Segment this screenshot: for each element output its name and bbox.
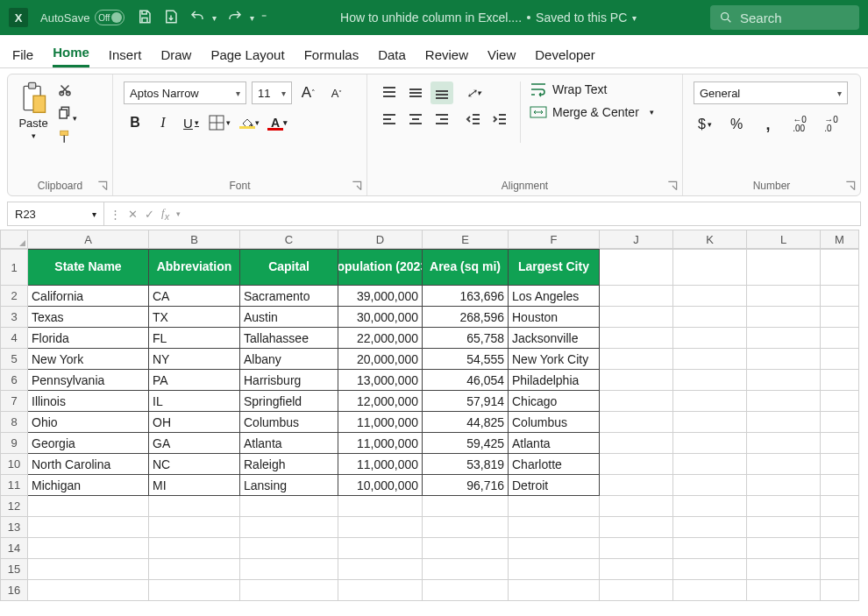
autosave-toggle[interactable]: AutoSave Off bbox=[40, 10, 125, 25]
cell[interactable] bbox=[747, 286, 821, 307]
align-top-icon[interactable] bbox=[378, 81, 401, 104]
tab-home[interactable]: Home bbox=[53, 38, 89, 67]
cell[interactable] bbox=[673, 349, 747, 370]
table-header-cell[interactable]: Largest City bbox=[509, 249, 600, 286]
font-name-combo[interactable]: Aptos Narrow▾ bbox=[124, 81, 246, 104]
cell[interactable]: 11,000,000 bbox=[338, 433, 423, 454]
number-format-combo[interactable]: General▾ bbox=[694, 81, 848, 104]
align-left-icon[interactable] bbox=[378, 108, 401, 131]
cell[interactable] bbox=[747, 559, 821, 580]
increase-indent-icon[interactable] bbox=[488, 108, 511, 131]
cell[interactable] bbox=[821, 433, 859, 454]
cell[interactable] bbox=[600, 475, 673, 496]
cell[interactable]: California bbox=[28, 286, 149, 307]
cell[interactable]: Atlanta bbox=[240, 433, 338, 454]
tab-developer[interactable]: Developer bbox=[535, 40, 594, 67]
cell[interactable]: Georgia bbox=[28, 433, 149, 454]
cell[interactable]: Albany bbox=[240, 349, 338, 370]
cell[interactable] bbox=[509, 559, 600, 580]
cell[interactable] bbox=[149, 496, 240, 517]
cell[interactable]: Raleigh bbox=[240, 454, 338, 475]
table-header-cell[interactable]: Area (sq mi) bbox=[423, 249, 509, 286]
cell[interactable]: Texas bbox=[28, 307, 149, 328]
cell[interactable]: Los Angeles bbox=[509, 286, 600, 307]
cell[interactable] bbox=[338, 538, 423, 559]
column-header[interactable]: C bbox=[240, 230, 338, 249]
cell[interactable] bbox=[747, 370, 821, 391]
cell[interactable]: Sacramento bbox=[240, 286, 338, 307]
cell[interactable] bbox=[821, 349, 859, 370]
cell[interactable] bbox=[28, 559, 149, 580]
cell[interactable]: Houston bbox=[509, 307, 600, 328]
cell[interactable] bbox=[149, 538, 240, 559]
cell[interactable]: Ohio bbox=[28, 412, 149, 433]
cell[interactable]: New York City bbox=[509, 349, 600, 370]
cell[interactable] bbox=[600, 249, 673, 286]
cell[interactable] bbox=[338, 496, 423, 517]
cell[interactable] bbox=[747, 496, 821, 517]
cell[interactable] bbox=[673, 412, 747, 433]
cell[interactable] bbox=[673, 433, 747, 454]
row-header[interactable]: 6 bbox=[0, 370, 28, 391]
tab-view[interactable]: View bbox=[487, 40, 516, 67]
cell[interactable]: 57,914 bbox=[423, 391, 509, 412]
cell[interactable] bbox=[747, 538, 821, 559]
tab-draw[interactable]: Draw bbox=[160, 40, 191, 67]
cell[interactable] bbox=[747, 454, 821, 475]
cell[interactable] bbox=[240, 538, 338, 559]
cell[interactable] bbox=[600, 580, 673, 601]
cell[interactable] bbox=[600, 538, 673, 559]
cell[interactable] bbox=[821, 412, 859, 433]
cell[interactable] bbox=[600, 454, 673, 475]
cell[interactable] bbox=[149, 580, 240, 601]
column-header[interactable]: M bbox=[821, 230, 859, 249]
underline-button[interactable]: U▾ bbox=[180, 111, 203, 134]
cell[interactable] bbox=[673, 391, 747, 412]
cell[interactable]: OH bbox=[149, 412, 240, 433]
decrease-decimal-icon[interactable]: →0.0 bbox=[820, 113, 843, 136]
cell[interactable] bbox=[821, 580, 859, 601]
cell[interactable] bbox=[821, 307, 859, 328]
align-right-icon[interactable] bbox=[430, 108, 453, 131]
column-header[interactable]: L bbox=[747, 230, 821, 249]
cell[interactable] bbox=[28, 538, 149, 559]
row-header[interactable]: 12 bbox=[0, 496, 28, 517]
fill-color-button[interactable]: ▾ bbox=[236, 111, 259, 134]
dialog-launcher-icon[interactable] bbox=[96, 180, 109, 192]
cell[interactable]: Lansing bbox=[240, 475, 338, 496]
cell[interactable]: PA bbox=[149, 370, 240, 391]
cell[interactable] bbox=[747, 307, 821, 328]
cell[interactable] bbox=[673, 286, 747, 307]
column-header[interactable]: B bbox=[149, 230, 240, 249]
cell[interactable]: 22,000,000 bbox=[338, 328, 423, 349]
column-header[interactable]: D bbox=[338, 230, 423, 249]
row-header[interactable]: 14 bbox=[0, 538, 28, 559]
cell[interactable] bbox=[509, 580, 600, 601]
tab-data[interactable]: Data bbox=[378, 40, 406, 67]
cell[interactable] bbox=[821, 517, 859, 538]
cell[interactable] bbox=[28, 496, 149, 517]
cell[interactable] bbox=[28, 580, 149, 601]
chevron-down-icon[interactable]: ▾ bbox=[212, 13, 217, 23]
row-header[interactable]: 7 bbox=[0, 391, 28, 412]
cell[interactable] bbox=[600, 370, 673, 391]
table-header-cell[interactable]: Abbreviation bbox=[149, 249, 240, 286]
row-header[interactable]: 15 bbox=[0, 559, 28, 580]
cell[interactable] bbox=[600, 496, 673, 517]
redo-icon[interactable] bbox=[227, 9, 243, 27]
cell[interactable] bbox=[149, 517, 240, 538]
cell[interactable]: Columbus bbox=[509, 412, 600, 433]
cell[interactable] bbox=[821, 454, 859, 475]
decrease-indent-icon[interactable] bbox=[462, 108, 485, 131]
cell[interactable] bbox=[747, 349, 821, 370]
cut-icon[interactable] bbox=[57, 81, 77, 100]
cell[interactable]: CA bbox=[149, 286, 240, 307]
cell[interactable]: 46,054 bbox=[423, 370, 509, 391]
increase-font-icon[interactable]: A˄ bbox=[297, 81, 320, 104]
cell[interactable] bbox=[673, 559, 747, 580]
cell[interactable] bbox=[423, 538, 509, 559]
cell[interactable]: Austin bbox=[240, 307, 338, 328]
cell[interactable] bbox=[821, 559, 859, 580]
align-bottom-icon[interactable] bbox=[430, 81, 453, 104]
decrease-font-icon[interactable]: A˅ bbox=[325, 81, 348, 104]
